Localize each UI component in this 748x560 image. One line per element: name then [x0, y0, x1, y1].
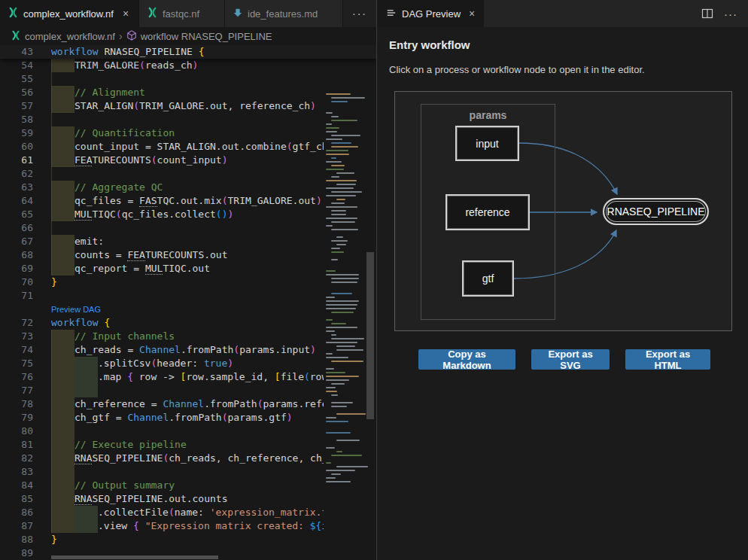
code-line[interactable]: 56 // Alignment [0, 86, 376, 99]
code-token: Channel [127, 412, 169, 423]
codelens-row[interactable]: Preview DAG [0, 303, 376, 316]
code-line[interactable]: 80 [0, 425, 376, 438]
code-line[interactable]: 59 // Quantification [0, 126, 376, 140]
code-line[interactable]: 77 [0, 384, 376, 397]
code-line[interactable]: 66 [0, 221, 376, 235]
code-line[interactable]: 83 [0, 465, 376, 479]
dag-node-rnaseq-pipeline[interactable]: RNASEQ_PIPELINE [603, 198, 709, 225]
code-line[interactable]: 78 ch_reference = Channel.fromPath(param… [0, 397, 376, 411]
minimap-line [326, 154, 349, 155]
code-token: .fromPath [181, 344, 233, 355]
line-number: 63 [0, 181, 33, 194]
breadcrumb-symbol[interactable]: workflow RNASEQ_PIPELINE [141, 31, 272, 42]
breadcrumb-file[interactable]: complex_workflow.nf [25, 31, 115, 42]
code-line[interactable]: 69 qc_report = MULTIQC.out [0, 262, 376, 275]
dag-node-reference[interactable]: reference [445, 194, 530, 230]
code-line[interactable]: 70} [0, 275, 376, 289]
line-number: 59 [0, 126, 33, 140]
code-token: ch_reference = [74, 398, 163, 409]
close-icon[interactable]: × [469, 8, 475, 20]
code-line[interactable]: 75 .splitCsv(header: true) [0, 357, 376, 370]
minimap-line [326, 180, 357, 181]
code-token: ( [233, 344, 239, 355]
close-icon[interactable]: × [123, 8, 129, 19]
tab-complex-workflow[interactable]: complex_workflow.nf × [0, 0, 139, 27]
code-line[interactable]: 72workflow { [0, 316, 376, 330]
line-number: 87 [0, 519, 33, 533]
code-token: // Aggregate QC [74, 181, 163, 193]
code-token: .fromPath [169, 412, 221, 423]
code-line[interactable]: 74 ch_reads = Channel.fromPath(params.in… [0, 343, 376, 357]
code-token: RNA [74, 493, 92, 505]
code-line[interactable]: 57 STAR_ALIGN(TRIM_GALORE.out, reference… [0, 99, 376, 113]
minimap-line [331, 165, 345, 166]
code-line[interactable]: 88} [0, 533, 376, 546]
tab-fastqc[interactable]: fastqc.nf [139, 0, 225, 27]
code-line[interactable]: 85 RNASEQ_PIPELINE.out.counts [0, 492, 376, 506]
sticky-line[interactable]: 43workflow RNASEQ_PIPELINE { [0, 45, 376, 59]
scrollbar-thumb[interactable] [366, 252, 374, 419]
more-actions-icon[interactable]: ··· [724, 8, 737, 20]
minimap-line [326, 368, 334, 370]
vertical-scrollbar[interactable] [366, 45, 374, 560]
code-token: ( [304, 371, 310, 382]
line-number: 80 [0, 425, 33, 438]
indent-highlight [51, 126, 74, 140]
code-line[interactable]: 58 [0, 113, 376, 126]
code-token: TURECOUNTS [92, 154, 151, 166]
code-line[interactable]: 84 // Output summary [0, 479, 376, 492]
code-token: name: [175, 507, 210, 518]
minimap-line [331, 402, 353, 403]
minimap-line [326, 481, 351, 482]
minimap-line [331, 278, 359, 279]
code-line[interactable]: 64 qc_files = FASTQC.out.mix(TRIM_GALORE… [0, 194, 376, 208]
tab-dag-preview[interactable]: DAG Preview × [377, 0, 484, 27]
code-token: STAR_ALIGN [74, 100, 133, 111]
indent-highlight [51, 411, 74, 425]
code-line[interactable]: 63 // Aggregate QC [0, 181, 376, 194]
code-line[interactable]: 67 emit: [0, 235, 376, 248]
tab-ide-features[interactable]: ide_features.md [225, 0, 343, 27]
code-line[interactable]: 86 .collectFile(name: 'expression_matrix… [0, 506, 376, 519]
code-token: true [204, 358, 227, 369]
export-as-svg-button[interactable]: Export as SVG [531, 349, 610, 370]
code-line[interactable]: 87 .view { "Expression matrix created: $… [0, 519, 376, 533]
code-line[interactable]: 68 counts = FEATURECOUNTS.out [0, 248, 376, 262]
panel-description: Click on a process or workflow node to o… [389, 64, 645, 75]
code-line[interactable]: 54 TRIM_GALORE(reads_ch) [0, 59, 376, 72]
code-token: } [51, 276, 57, 288]
code-line[interactable]: 62 [0, 167, 376, 181]
code-editor[interactable]: 43workflow RNASEQ_PIPELINE {54 TRIM_GALO… [0, 45, 376, 560]
horizontal-scrollbar[interactable] [0, 555, 324, 560]
code-line[interactable]: 79 ch_gtf = Channel.fromPath(params.gtf) [0, 411, 376, 425]
minimap-line [331, 338, 364, 339]
code-line[interactable]: 65 MULTIQC(qc_files.collect()) [0, 208, 376, 221]
copy-as-markdown-button[interactable]: Copy as Markdown [418, 349, 515, 370]
code-line[interactable]: 73 // Input channels [0, 330, 376, 343]
tab-overflow-button[interactable]: ··· [343, 0, 376, 27]
code-line[interactable]: 60 count_input = STAR_ALIGN.out.combine(… [0, 140, 376, 154]
code-token: file [281, 371, 304, 382]
minimap-line [326, 391, 337, 392]
scrollbar-thumb[interactable] [51, 555, 218, 559]
breadcrumb: complex_workflow.nf › workflow RNASEQ_PI… [0, 27, 376, 45]
minimap-line [336, 413, 366, 415]
minimap-line [326, 470, 355, 471]
code-line[interactable]: 61 FEATURECOUNTS(count_input) [0, 154, 376, 167]
dag-node-input[interactable]: input [455, 126, 519, 161]
line-number: 74 [0, 343, 33, 357]
code-line[interactable]: 81 // Execute pipeline [0, 438, 376, 452]
split-editor-icon[interactable] [701, 8, 713, 19]
codelens-preview-dag-link[interactable]: Preview DAG [51, 305, 101, 314]
code-line[interactable]: 71 [0, 289, 376, 303]
code-line[interactable]: 82 RNASEQ_PIPELINE(ch_reads, ch_referenc… [0, 452, 376, 465]
code-line[interactable]: 76 .map { row -> [row.sample_id, [file(r… [0, 370, 376, 384]
code-token: ( [169, 507, 175, 518]
indent-highlight [51, 181, 74, 194]
minimap[interactable] [324, 90, 366, 560]
dag-node-gtf[interactable]: gtf [462, 260, 514, 297]
code-line[interactable]: 55 [0, 72, 376, 86]
export-as-html-button[interactable]: Export as HTML [625, 349, 710, 370]
minimap-line [326, 138, 342, 140]
indent-highlight [51, 397, 74, 411]
